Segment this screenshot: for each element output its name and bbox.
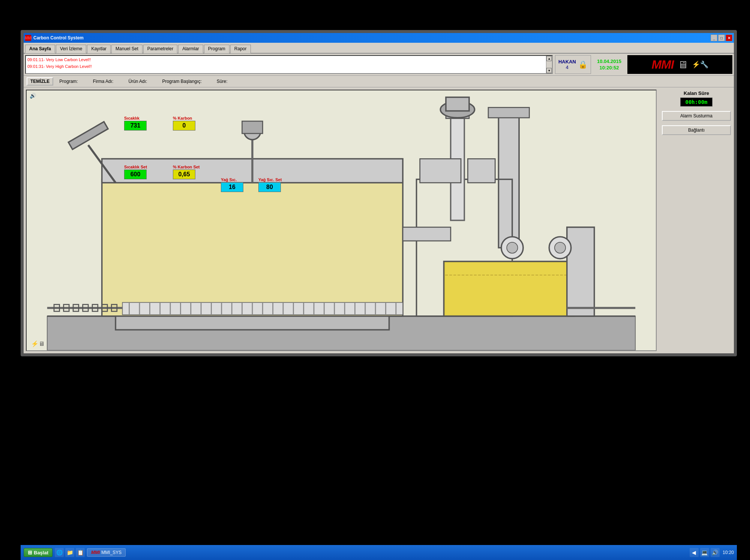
device-icon: 🖥: [678, 59, 688, 71]
sicaklik-sensor-box: Sıcaklık 731: [124, 116, 147, 131]
karbon-sensor-box: % Karbon 0: [173, 116, 195, 131]
karbon-label: % Karbon: [173, 116, 192, 120]
taskbar-app-icon: MMI: [91, 550, 100, 555]
tab-veri-izleme[interactable]: Veri İzleme: [56, 45, 86, 53]
svg-rect-60: [403, 227, 451, 241]
menu-bar: Ana Sayfa Veri İzleme Kayıtlar Manuel Se…: [24, 43, 734, 54]
taskbar-left: ⊞ Başlat 🌐 📁 📋 MMI MMI_SYS: [24, 548, 126, 557]
window-title: Carbon Control System: [33, 35, 84, 41]
karbon-set-label: % Karbon Set: [173, 165, 200, 169]
sicaklik-label: Sıcaklık: [124, 116, 140, 120]
alarm-log: 09:01:11- Very Low Carbon Level!! 09:01:…: [25, 55, 553, 74]
scroll-up-arrow[interactable]: ▲: [546, 56, 552, 61]
alarm-scrollbar[interactable]: ▲ ▼: [546, 56, 552, 73]
sure-label: Süre:: [217, 79, 228, 84]
sensor-icon: ⚡🔧: [692, 60, 708, 69]
logo-box: MMI 🖥 ⚡🔧: [627, 55, 732, 74]
scroll-down-arrow[interactable]: ▼: [546, 68, 552, 73]
program-field: Program:: [59, 79, 87, 84]
firma-adi-field: Firma Adı:: [93, 79, 123, 84]
user-level: 4: [558, 65, 576, 70]
svg-rect-44: [488, 108, 529, 118]
taskbar-icon-3[interactable]: 📋: [76, 548, 85, 557]
main-area: 🔊: [24, 87, 734, 353]
kalan-sure-label: Kalan Süre: [662, 90, 731, 96]
tray-icon-1: ◀: [690, 548, 699, 557]
svg-rect-53: [446, 97, 469, 111]
sicaklik-set-label: Sıcaklık Set: [124, 165, 147, 169]
top-info-bar: 09:01:11- Very Low Carbon Level!! 09:01:…: [24, 54, 734, 76]
minimize-button[interactable]: _: [711, 35, 717, 41]
diagram-panel: 🔊: [26, 90, 657, 351]
svg-rect-2: [102, 179, 403, 316]
yag-sic-set-value[interactable]: 80: [258, 182, 281, 192]
furnace-diagram: [27, 90, 656, 350]
right-panel: Kalan Süre 00h:00m Alarm Susturma Bağlan…: [659, 87, 734, 353]
alarm-2-message: Very High Carbon Level!!: [46, 64, 92, 69]
tab-program[interactable]: Program: [204, 45, 230, 53]
sicaklik-set-value[interactable]: 600: [124, 170, 147, 179]
tab-alarmlar[interactable]: Alarmlar: [178, 45, 203, 53]
temizle-button[interactable]: TEMİZLE: [27, 77, 53, 86]
svg-rect-47: [445, 263, 572, 315]
svg-rect-58: [420, 159, 461, 183]
user-info-box: HAKAN 4 🔒: [555, 55, 591, 74]
karbon-value[interactable]: 0: [173, 121, 195, 131]
karbon-set-box: % Karbon Set 0,65: [173, 165, 200, 179]
yag-sic-set-label: Yağ Sıc. Set: [258, 177, 282, 182]
svg-point-55: [507, 242, 518, 253]
baglanti-button[interactable]: Bağlantı: [662, 125, 731, 135]
close-button[interactable]: ✕: [726, 35, 732, 41]
program-label: Program:: [59, 79, 78, 84]
tab-manuel-set[interactable]: Manuel Set: [111, 45, 142, 53]
tab-ana-sayfa[interactable]: Ana Sayfa: [25, 45, 55, 53]
svg-rect-64: [242, 121, 263, 134]
tray-icon-3: 🔊: [711, 548, 720, 557]
taskbar-tray: ◀ 💻 🔊: [690, 548, 720, 557]
program-baslangic-label: Program Başlangıç:: [162, 79, 201, 84]
datetime-box: 10.04.2015 10:20:52: [593, 55, 625, 74]
yag-sic-box: Yağ Sıc. 16: [221, 177, 243, 192]
taskbar-app-mmi[interactable]: MMI MMI_SYS: [87, 548, 126, 557]
title-bar: MMI Carbon Control System _ □ ✕: [24, 33, 734, 43]
alarm-susturma-button[interactable]: Alarm Susturma: [662, 111, 731, 121]
tab-kayitlar[interactable]: Kayıtlar: [87, 45, 111, 53]
taskbar-time: 10:20: [723, 550, 734, 555]
taskbar-icon-2[interactable]: 📁: [65, 548, 74, 557]
window-content: Ana Sayfa Veri İzleme Kayıtlar Manuel Se…: [24, 43, 734, 353]
sicaklik-set-box: Sıcaklık Set 600: [124, 165, 147, 179]
sicaklik-value[interactable]: 731: [124, 121, 147, 131]
tab-parametreler[interactable]: Parametreler: [143, 45, 177, 53]
alarm-1-message: Very Low Carbon Level!!: [46, 57, 91, 62]
karbon-set-value[interactable]: 0,65: [173, 170, 195, 179]
kalan-sure-value: 00h:00m: [680, 98, 712, 107]
bottom-left-icon: ⚡🖥: [31, 340, 45, 347]
time-display: 10:20:52: [599, 65, 619, 71]
taskbar-icon-1[interactable]: 🌐: [55, 548, 64, 557]
tray-icon-2: 💻: [700, 548, 709, 557]
lock-icon: 🔒: [578, 60, 588, 69]
windows-flag-icon: ⊞: [28, 549, 32, 555]
alarm-1-time: 09:01:11: [27, 57, 44, 62]
svg-rect-49: [567, 227, 594, 316]
program-baslangic-field: Program Başlangıç:: [162, 79, 210, 84]
svg-rect-59: [468, 159, 495, 183]
speaker-icon: 🔊: [30, 93, 36, 99]
start-button[interactable]: ⊞ Başlat: [24, 548, 52, 557]
taskbar-right: ◀ 💻 🔊 10:20: [690, 548, 734, 557]
alarm-1: 09:01:11- Very Low Carbon Level!!: [27, 57, 545, 63]
svg-rect-4: [116, 316, 389, 330]
user-name: HAKAN: [558, 59, 576, 65]
maximize-button[interactable]: □: [718, 35, 725, 41]
toolbar-row: TEMİZLE Program: Firma Adı: Ürün Adı: Pr…: [24, 76, 734, 87]
tab-rapor[interactable]: Rapor: [230, 45, 251, 53]
firma-adi-label: Firma Adı:: [93, 79, 114, 84]
urun-adi-field: Ürün Adı:: [128, 79, 156, 84]
kalan-sure-box: Kalan Süre 00h:00m: [662, 90, 731, 107]
yag-sic-value[interactable]: 16: [221, 182, 243, 192]
start-label: Başlat: [34, 550, 48, 555]
mmi-logo: MMI: [651, 58, 674, 72]
taskbar-quick-launch: 🌐 📁 📋: [55, 548, 85, 557]
urun-adi-label: Ürün Adı:: [128, 79, 147, 84]
sure-field: Süre:: [217, 79, 237, 84]
